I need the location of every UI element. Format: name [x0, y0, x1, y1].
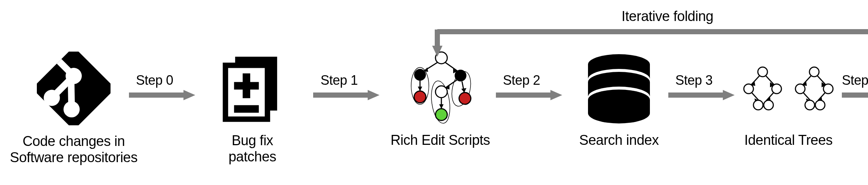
arrow-step-3 — [668, 88, 735, 102]
svg-point-64 — [764, 100, 773, 110]
step-4-label: Step 4 — [842, 73, 868, 88]
step-2-label: Step 2 — [503, 73, 540, 88]
svg-point-35 — [435, 109, 447, 121]
svg-marker-34 — [439, 104, 444, 109]
caption-line: Software repositories — [10, 150, 137, 165]
svg-point-49 — [588, 103, 650, 123]
svg-line-53 — [751, 76, 760, 85]
svg-point-38 — [459, 92, 471, 104]
stage-code-changes: Code changes in Software repositories — [4, 52, 144, 165]
arrow-step-4 — [842, 88, 868, 102]
svg-marker-27 — [418, 87, 422, 91]
arrow-step-2 — [496, 88, 562, 102]
caption-patches: Bug fix patches — [228, 133, 276, 165]
step-3-label: Step 3 — [675, 73, 713, 88]
svg-marker-8 — [183, 90, 195, 100]
svg-line-66 — [802, 76, 811, 85]
svg-rect-13 — [234, 82, 259, 90]
step-0-label: Step 0 — [136, 73, 173, 88]
svg-point-32 — [435, 86, 447, 98]
stage-identical-trees: Identical Trees — [733, 64, 844, 149]
stage-bug-fix-patches: Bug fix patches — [206, 55, 298, 165]
svg-point-63 — [753, 100, 763, 110]
svg-marker-16 — [368, 90, 379, 100]
svg-line-23 — [445, 62, 458, 71]
stage-search-index: Search index — [567, 53, 671, 149]
svg-marker-37 — [461, 88, 466, 92]
rich-edit-tree-icon — [398, 50, 483, 127]
svg-marker-107 — [432, 46, 442, 57]
identical-trees-icon — [737, 64, 840, 123]
caption-scripts: Rich Edit Scripts — [391, 132, 490, 149]
svg-point-28 — [414, 91, 426, 103]
diff-patch-icon — [219, 55, 286, 125]
database-icon — [582, 53, 656, 126]
git-icon — [37, 52, 111, 125]
svg-rect-14 — [234, 105, 259, 112]
caption-index: Search index — [579, 132, 659, 149]
stage-rich-edit-scripts: Rich Edit Scripts — [381, 50, 499, 149]
arrow-step-0 — [129, 88, 195, 102]
caption-code-changes: Code changes in Software repositories — [10, 133, 137, 165]
caption-trees: Identical Trees — [744, 132, 833, 149]
caption-line: Code changes in — [22, 133, 125, 149]
feedback-label: Iterative folding — [622, 8, 713, 24]
caption-line: patches — [228, 149, 276, 164]
arrow-feedback — [426, 24, 868, 57]
arrow-step-1 — [313, 88, 379, 102]
svg-point-76 — [805, 100, 815, 110]
svg-point-25 — [414, 69, 426, 81]
caption-line: Bug fix — [232, 133, 273, 148]
step-1-label: Step 1 — [321, 73, 358, 88]
svg-marker-40 — [550, 90, 562, 100]
svg-point-77 — [815, 100, 825, 110]
